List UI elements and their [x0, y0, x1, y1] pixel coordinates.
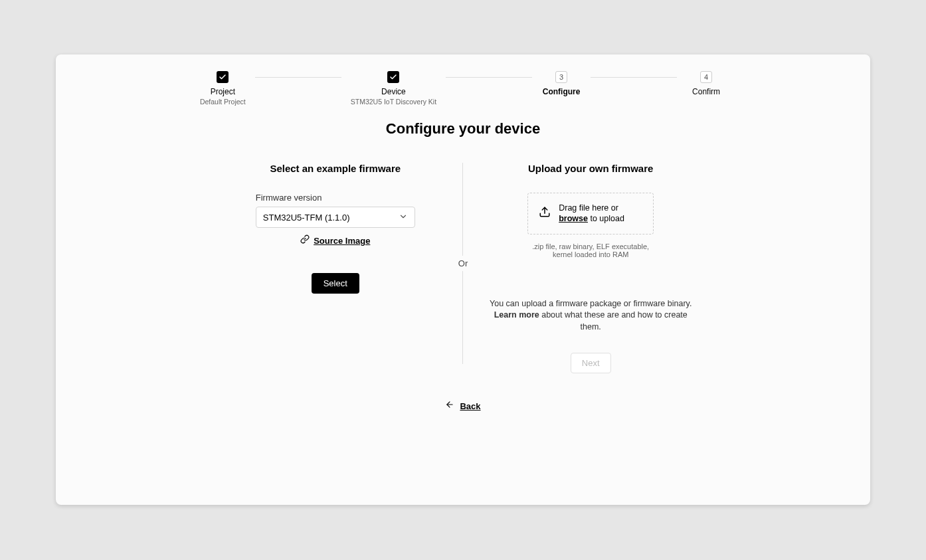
divider-line: [462, 271, 463, 364]
select-button[interactable]: Select: [312, 273, 359, 294]
source-image-link[interactable]: Source Image: [300, 234, 370, 246]
back-button[interactable]: Back: [56, 400, 870, 412]
step-project: Project Default Project: [200, 71, 246, 106]
back-text: Back: [460, 401, 480, 411]
upload-dropzone[interactable]: Drag file here or browse to upload: [527, 193, 654, 234]
stepper: Project Default Project Device STM32U5 I…: [56, 71, 870, 106]
upload-icon: [539, 206, 551, 221]
step-connector: [591, 77, 677, 78]
column-title: Select an example firmware: [270, 163, 401, 174]
example-firmware-column: Select an example firmware Firmware vers…: [232, 163, 438, 373]
check-icon: [387, 71, 399, 83]
page-title: Configure your device: [56, 120, 870, 138]
desc-prefix: You can upload a firmware package or fir…: [490, 299, 692, 308]
firmware-version-dropdown[interactable]: STM32U5-TFM (1.1.0): [256, 207, 415, 228]
step-label: Configure: [543, 87, 581, 96]
step-label: Confirm: [692, 87, 720, 96]
file-type-hint: .zip file, raw binary, ELF executable, k…: [524, 242, 657, 258]
dropdown-value: STM32U5-TFM (1.1.0): [263, 213, 350, 223]
source-image-text: Source Image: [314, 236, 370, 246]
step-number: 3: [555, 71, 567, 83]
browse-link[interactable]: browse: [559, 214, 588, 223]
divider-or: Or: [458, 258, 468, 268]
learn-more-link[interactable]: Learn more: [494, 310, 539, 320]
content: Select an example firmware Firmware vers…: [56, 163, 870, 373]
upload-firmware-column: Upload your own firmware Drag file here …: [488, 163, 694, 373]
step-device: Device STM32U5 IoT Discovery Kit: [351, 71, 436, 106]
step-number: 4: [700, 71, 712, 83]
arrow-left-icon: [445, 400, 454, 412]
step-label: Device: [381, 87, 406, 96]
step-connector: [255, 77, 341, 78]
step-sub: Default Project: [200, 98, 246, 106]
desc-suffix: about what these are and how to create t…: [539, 310, 688, 331]
step-configure: 3 Configure: [541, 71, 581, 96]
column-title: Upload your own firmware: [528, 163, 653, 174]
step-sub: STM32U5 IoT Discovery Kit: [351, 98, 436, 106]
firmware-version-label: Firmware version: [256, 193, 322, 203]
next-button[interactable]: Next: [571, 353, 611, 373]
drop-suffix: to upload: [588, 214, 624, 223]
chevron-down-icon: [399, 212, 408, 223]
step-connector: [446, 77, 532, 78]
divider-line: [462, 163, 463, 256]
check-icon: [217, 71, 229, 83]
dropzone-text: Drag file here or browse to upload: [559, 203, 642, 225]
link-icon: [300, 234, 310, 246]
step-confirm: 4 Confirm: [686, 71, 726, 96]
divider: Or: [458, 163, 468, 373]
wizard-card: Project Default Project Device STM32U5 I…: [56, 54, 870, 505]
drop-prefix: Drag file here or: [559, 203, 618, 213]
upload-description: You can upload a firmware package or fir…: [488, 298, 694, 333]
step-label: Project: [211, 87, 235, 96]
